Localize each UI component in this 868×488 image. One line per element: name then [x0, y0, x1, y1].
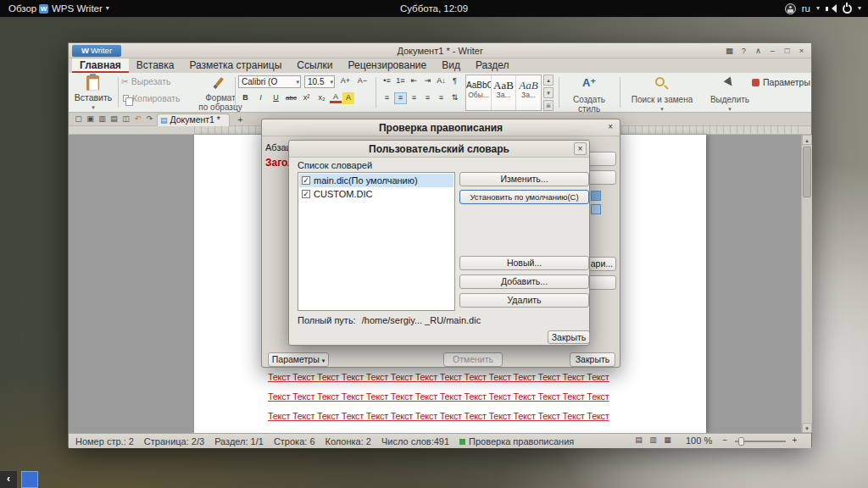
- print-icon[interactable]: ▤: [108, 114, 120, 125]
- tab-insert[interactable]: Вставка: [129, 58, 182, 73]
- style-heading2[interactable]: AaB За...: [516, 75, 541, 110]
- taskbar-item[interactable]: [21, 471, 38, 488]
- list-item-main-dic[interactable]: ✓ main.dic(По умолчанию): [299, 174, 453, 187]
- view-mode-icon[interactable]: ▤: [633, 435, 644, 444]
- new-button[interactable]: Новый...: [459, 256, 589, 270]
- close-icon[interactable]: ×: [795, 45, 808, 57]
- dictionary-close-button[interactable]: Закрыть: [548, 330, 590, 344]
- select-button[interactable]: Выделить ▾: [704, 73, 755, 113]
- font-size-select[interactable]: 10.5 ▾: [304, 75, 335, 88]
- styles-more-button[interactable]: ≣: [543, 100, 554, 111]
- theme-icon[interactable]: ▦: [723, 45, 736, 57]
- superscript-button[interactable]: x²: [299, 92, 314, 104]
- bullets-button[interactable]: •≡: [381, 75, 393, 87]
- document-text-line[interactable]: Текст Текст Текст Текст Текст Текст Текс…: [268, 372, 609, 382]
- subscript-button[interactable]: x₂: [314, 92, 329, 104]
- set-default-button[interactable]: Установить по умолчанию(С): [459, 190, 589, 204]
- italic-button[interactable]: I: [253, 92, 268, 104]
- document-text-line[interactable]: Текст Текст Текст Текст Текст Текст Текс…: [268, 391, 609, 402]
- minimize-icon[interactable]: –: [766, 45, 779, 57]
- sort-button[interactable]: A↓: [435, 75, 448, 87]
- highlight-button[interactable]: A: [342, 92, 354, 104]
- document-text-line[interactable]: Текст Текст Текст Текст Текст Текст Текс…: [268, 411, 609, 421]
- ribbon-options-button[interactable]: Параметры: [752, 78, 810, 87]
- find-replace-button[interactable]: Поиск и замена ▾: [623, 73, 701, 113]
- tab-review[interactable]: Рецензирование: [341, 58, 435, 73]
- justify-button[interactable]: ≡: [421, 92, 434, 104]
- checkbox-checked-icon[interactable]: ✓: [302, 190, 310, 198]
- distribute-button[interactable]: ≡: [435, 92, 448, 104]
- spell-options-button[interactable]: Параметры ▾: [268, 352, 329, 367]
- underline-button[interactable]: U: [269, 92, 283, 104]
- shrink-font-button[interactable]: A−: [355, 75, 370, 87]
- close-icon[interactable]: ×: [574, 142, 587, 155]
- style-heading1[interactable]: AaB За...: [492, 75, 516, 110]
- outdent-button[interactable]: ⇤: [408, 75, 420, 87]
- edit-button[interactable]: Изменить...: [459, 172, 589, 186]
- line-spacing-button[interactable]: ⇅: [448, 92, 461, 104]
- view-mode-icon[interactable]: ▥: [648, 435, 659, 444]
- undo-icon[interactable]: ↶: [132, 114, 143, 125]
- redo-icon[interactable]: ↷: [144, 114, 155, 125]
- paste-button[interactable]: Вставить ▾: [72, 73, 114, 113]
- font-name-select[interactable]: Calibri (О ▾: [238, 75, 301, 88]
- open-icon[interactable]: ▣: [85, 114, 96, 125]
- styles-scroll-up[interactable]: ▴: [543, 75, 554, 86]
- activities-button[interactable]: Обзор: [8, 0, 36, 17]
- spell-close-button[interactable]: Закрыть: [570, 352, 615, 367]
- close-icon[interactable]: ×: [608, 122, 613, 131]
- numbering-button[interactable]: 1≡: [394, 75, 407, 87]
- tab-page-layout[interactable]: Разметка страницы: [181, 58, 289, 73]
- align-center-button[interactable]: ≡: [394, 92, 407, 104]
- show-marks-button[interactable]: ¶: [448, 75, 461, 87]
- cut-button[interactable]: ✂ Вырезать: [121, 75, 170, 87]
- accessibility-icon[interactable]: [785, 3, 796, 14]
- status-spellcheck[interactable]: Проверка правописания: [459, 436, 574, 446]
- new-doc-icon[interactable]: ▢: [73, 114, 84, 125]
- bold-button[interactable]: B: [238, 92, 253, 104]
- dictionary-list[interactable]: ✓ main.dic(По умолчанию) ✓ CUSTOM.DIC: [298, 172, 455, 311]
- zoom-slider-handle[interactable]: [738, 437, 744, 446]
- spell-ignore-button-fragment[interactable]: [587, 152, 616, 166]
- grow-font-button[interactable]: A+: [338, 75, 353, 87]
- volume-icon[interactable]: [826, 3, 837, 14]
- copy-button[interactable]: Копировать: [121, 92, 181, 104]
- align-right-button[interactable]: ≡: [408, 92, 420, 104]
- view-mode-icon[interactable]: ▦: [662, 435, 673, 444]
- add-button[interactable]: Добавить...: [459, 274, 589, 289]
- font-color-button[interactable]: A: [330, 92, 342, 103]
- document-tab[interactable]: ▤Документ1 *: [157, 114, 230, 126]
- keyboard-layout[interactable]: ru: [802, 0, 810, 17]
- scrollbar-thumb[interactable]: [803, 147, 811, 197]
- print-preview-icon[interactable]: ◫: [120, 114, 131, 125]
- clock[interactable]: Суббота, 12:09: [0, 0, 868, 17]
- style-normal[interactable]: AaBbC Обы...: [466, 75, 492, 110]
- align-left-button[interactable]: ≡: [381, 92, 393, 104]
- tab-references[interactable]: Ссылки: [289, 58, 340, 73]
- styles-scroll-down[interactable]: ▾: [543, 87, 554, 98]
- zoom-out-button[interactable]: −: [720, 435, 731, 446]
- list-item-custom-dic[interactable]: ✓ CUSTOM.DIC: [299, 187, 453, 201]
- checkbox-checked-icon[interactable]: ✓: [302, 176, 310, 185]
- power-icon[interactable]: [843, 4, 852, 14]
- vertical-scrollbar[interactable]: ▴ ▾: [801, 135, 812, 433]
- indent-button[interactable]: ⇥: [421, 75, 434, 87]
- back-button[interactable]: ‹: [0, 471, 17, 488]
- zoom-level[interactable]: 100 %: [686, 435, 712, 446]
- tab-home[interactable]: Главная: [72, 58, 129, 73]
- scroll-down-icon[interactable]: ▾: [802, 423, 812, 433]
- new-tab-button[interactable]: +: [235, 114, 246, 125]
- status-word-count[interactable]: Число слов:491: [381, 436, 449, 446]
- collapse-ribbon-icon[interactable]: ∧: [752, 45, 765, 57]
- scroll-up-icon[interactable]: ▴: [802, 135, 812, 145]
- strikethrough-button[interactable]: abc: [284, 92, 298, 104]
- app-menu[interactable]: W WPS Writer ▾: [39, 0, 109, 17]
- delete-button[interactable]: Удалить: [459, 293, 589, 308]
- help-icon[interactable]: ?: [737, 45, 750, 57]
- writer-app-button[interactable]: WWriter: [72, 45, 121, 57]
- tab-view[interactable]: Вид: [434, 58, 468, 73]
- save-icon[interactable]: ▥: [97, 114, 108, 125]
- spell-ignore-all-button-fragment[interactable]: [587, 170, 616, 185]
- maximize-icon[interactable]: □: [781, 45, 793, 57]
- tab-section[interactable]: Раздел: [468, 58, 517, 73]
